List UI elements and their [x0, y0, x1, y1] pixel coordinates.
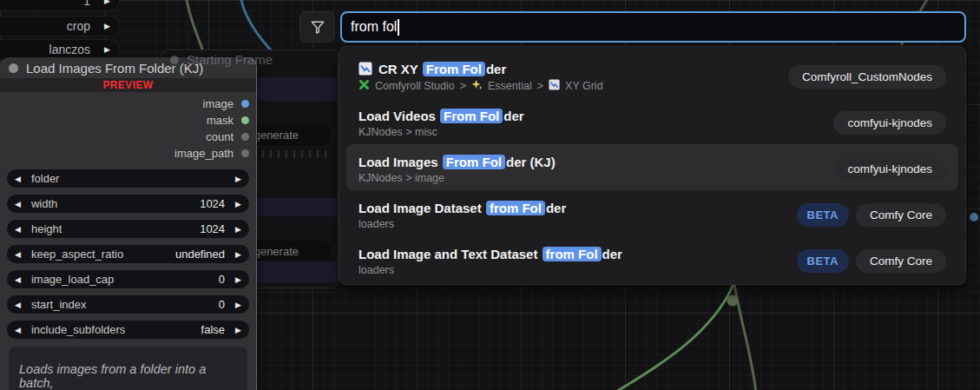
- search-results-dropdown: CR XY From Folder Comfyroll Studio > Ess…: [339, 46, 966, 285]
- output-slot-image-path[interactable]: [241, 149, 249, 157]
- preview-label: PREVIEW: [102, 79, 153, 91]
- arrow-right-icon[interactable]: ▶: [104, 22, 110, 30]
- node-widgets: ◀ folder ▶ ◀ width 1024 ▶ ◀ height 1024 …: [0, 163, 256, 342]
- funnel-icon: [309, 18, 326, 36]
- widget-include-subfolders[interactable]: ◀ include_subfolders false ▶: [7, 321, 249, 339]
- arrow-right-icon[interactable]: ▶: [104, 0, 110, 5]
- result-category-path: KJNodes > image: [358, 172, 556, 184]
- beta-badge: BETA: [797, 203, 849, 227]
- arrow-left-icon[interactable]: ◀: [15, 225, 21, 234]
- output-label: image: [203, 97, 233, 110]
- output-label: image_path: [174, 147, 233, 160]
- graph-canvas[interactable]: control_after_generate control_after_gen…: [0, 0, 980, 390]
- match-highlight: From Fol: [443, 155, 505, 169]
- output-row: count: [7, 129, 249, 145]
- output-slot-count[interactable]: [241, 133, 249, 141]
- arrow-right-icon[interactable]: ▶: [104, 45, 110, 54]
- arrow-right-icon[interactable]: ▶: [235, 175, 241, 183]
- arrow-right-icon[interactable]: ▶: [235, 275, 241, 284]
- search-query-text: from fol: [351, 19, 397, 35]
- widget-width[interactable]: ◀ width 1024 ▶: [7, 195, 249, 213]
- widget-value: crop: [67, 19, 90, 33]
- result-title: Load Image and Text Dataset from Folder: [358, 247, 622, 261]
- arrow-left-icon[interactable]: ◀: [15, 250, 21, 259]
- node-panel-load-images-from-folder[interactable]: Load Images From Folder (KJ) PREVIEW ima…: [0, 57, 257, 390]
- arrow-left-icon[interactable]: ◀: [15, 326, 21, 334]
- cropped-widget[interactable]: 1 ▶: [0, 0, 120, 11]
- widget-image-load-cap[interactable]: ◀ image_load_cap 0 ▶: [7, 270, 249, 288]
- output-slot-image[interactable]: [241, 100, 249, 108]
- output-row: image: [7, 96, 249, 112]
- node-pack-badge: Comfy Core: [856, 203, 946, 227]
- node-pack-badge: comfyui-kjnodes: [833, 157, 946, 181]
- result-title: Load Images From Folder (KJ): [358, 155, 556, 169]
- search-result-load-videos-from-folder[interactable]: Load Videos From Folder KJNodes > misc c…: [346, 98, 958, 144]
- chart-decreasing-icon: [549, 79, 560, 93]
- node-pack-badge: Comfy Core: [856, 249, 946, 273]
- node-title-bar[interactable]: Load Images From Folder (KJ): [0, 57, 256, 78]
- match-highlight: from Fol: [543, 247, 602, 261]
- green-tools-icon: [358, 79, 370, 93]
- result-category-path: loaders: [358, 218, 566, 230]
- match-highlight: from Fol: [486, 201, 545, 215]
- search-result-load-image-dataset-from-folder[interactable]: Load Image Dataset from Folder loaders B…: [346, 190, 958, 236]
- search-input[interactable]: from fol: [340, 11, 966, 43]
- result-title: Load Image Dataset from Folder: [358, 201, 566, 215]
- output-slot-mask[interactable]: [241, 116, 249, 124]
- reroute-dot[interactable]: [727, 295, 739, 307]
- widget-folder[interactable]: ◀ folder ▶: [7, 169, 249, 188]
- preview-strip: PREVIEW: [0, 78, 256, 92]
- node-pack-badge: Comfyroll_CustomNodes: [788, 65, 946, 89]
- arrow-left-icon[interactable]: ◀: [15, 200, 21, 208]
- cropped-widget[interactable]: crop ▶: [0, 16, 120, 36]
- arrow-right-icon[interactable]: ▶: [235, 225, 241, 234]
- search-result-load-image-and-text-dataset-from-folder[interactable]: Load Image and Text Dataset from Folder …: [346, 236, 958, 282]
- arrow-right-icon[interactable]: ▶: [235, 326, 241, 334]
- widget-height[interactable]: ◀ height 1024 ▶: [7, 220, 249, 238]
- arrow-right-icon[interactable]: ▶: [235, 301, 241, 309]
- result-category-path: loaders: [358, 264, 622, 276]
- result-category-path: Comfyroll Studio > Essential > XY Grid: [358, 79, 603, 93]
- match-highlight: From Fol: [440, 109, 503, 123]
- widget-keep-aspect-ratio[interactable]: ◀ keep_aspect_ratio undefined ▶: [7, 245, 249, 263]
- output-row: mask: [7, 112, 249, 129]
- input-slot-dot[interactable]: [970, 213, 978, 221]
- result-title: Load Videos From Folder: [358, 109, 524, 123]
- output-label: count: [206, 130, 233, 143]
- sparkles-icon: [471, 79, 483, 93]
- result-category-path: KJNodes > misc: [358, 126, 524, 138]
- node-description: Loads images from a folder into a batch,: [9, 347, 247, 390]
- arrow-left-icon[interactable]: ◀: [15, 301, 21, 309]
- node-pack-badge: comfyui-kjnodes: [833, 111, 946, 135]
- node-title: Load Images From Folder (KJ): [26, 61, 203, 76]
- node-outputs: image mask count image_path: [0, 92, 256, 163]
- beta-badge: BETA: [797, 249, 849, 273]
- arrow-right-icon[interactable]: ▶: [235, 200, 241, 208]
- chart-decreasing-icon: [358, 62, 372, 76]
- match-highlight: From Fol: [423, 62, 485, 76]
- widget-value: 1: [83, 0, 90, 8]
- arrow-left-icon[interactable]: ◀: [15, 275, 21, 284]
- search-result-cr-xy-from-folder[interactable]: CR XY From Folder Comfyroll Studio > Ess…: [346, 52, 958, 98]
- output-label: mask: [207, 114, 233, 127]
- arrow-right-icon[interactable]: ▶: [235, 250, 241, 259]
- result-title: CR XY From Folder: [358, 62, 603, 76]
- output-row: image_path: [7, 145, 249, 162]
- widget-start-index[interactable]: ◀ start_index 0 ▶: [7, 295, 249, 314]
- filter-button[interactable]: [299, 11, 335, 43]
- link-edge-green-bottom: [615, 284, 733, 390]
- text-caret: [398, 19, 399, 36]
- arrow-left-icon[interactable]: ◀: [15, 175, 21, 183]
- collapse-dot-icon[interactable]: [9, 63, 18, 73]
- widget-value: lanczos: [49, 43, 90, 56]
- search-result-load-images-from-folder-kj[interactable]: Load Images From Folder (KJ) KJNodes > i…: [346, 144, 958, 190]
- node-search-bar: from fol: [299, 11, 966, 43]
